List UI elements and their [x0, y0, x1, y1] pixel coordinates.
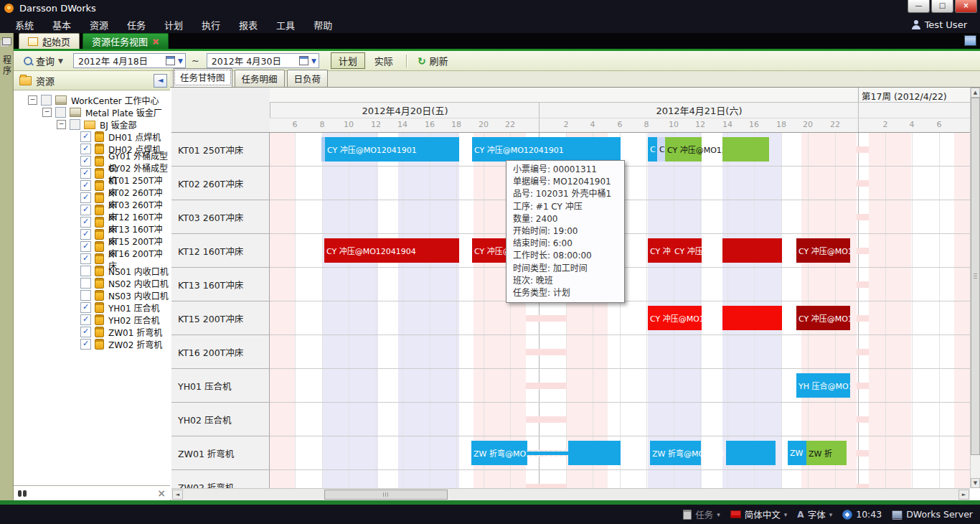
- task-bar-connector[interactable]: [527, 452, 568, 455]
- side-dock-strip[interactable]: 程序: [0, 33, 14, 500]
- tree-checkbox[interactable]: [80, 278, 91, 289]
- tree-item-kt16[interactable]: ✓KT16 200T冲床: [14, 253, 170, 265]
- collapse-node-icon[interactable]: −: [42, 108, 52, 117]
- task-bar[interactable]: C: [648, 137, 657, 162]
- task-bar[interactable]: C: [657, 137, 665, 162]
- status-item-task[interactable]: 任务▾: [683, 507, 720, 521]
- scroll-down-icon[interactable]: ▼: [971, 478, 980, 488]
- task-bar[interactable]: [722, 306, 782, 330]
- vertical-scrollbar-thumb[interactable]: [971, 98, 980, 455]
- collapse-node-icon[interactable]: −: [28, 95, 37, 105]
- menu-item-task[interactable]: 任务: [118, 18, 155, 32]
- horizontal-scrollbar[interactable]: ◄ ►: [171, 488, 970, 500]
- menu-item-plan[interactable]: 计划: [155, 18, 192, 32]
- task-bar[interactable]: ZW 折: [806, 441, 847, 465]
- tab-resource-task-view[interactable]: 资源任务视图×: [83, 33, 169, 49]
- menu-item-report[interactable]: 报表: [230, 18, 267, 32]
- tree-checkbox[interactable]: ✓: [80, 314, 91, 325]
- menu-item-basic[interactable]: 基本: [43, 18, 80, 32]
- tree-checkbox[interactable]: ✓: [80, 302, 91, 313]
- task-bar[interactable]: [722, 238, 782, 263]
- task-bar[interactable]: ZW 折弯@MO12041901: [471, 441, 527, 465]
- status-item-language[interactable]: 简体中文▾: [730, 507, 788, 521]
- tree-item-zw02[interactable]: ✓ZW02 折弯机: [14, 338, 170, 350]
- task-bar[interactable]: CY 冲: [648, 238, 672, 263]
- menu-item-execute[interactable]: 执行: [192, 18, 230, 32]
- close-tab-icon[interactable]: ×: [152, 37, 159, 47]
- tree-checkbox[interactable]: ✓: [80, 229, 91, 240]
- tree-checkbox[interactable]: ✓: [80, 192, 91, 203]
- menu-item-system[interactable]: 系统: [6, 18, 43, 32]
- task-bar[interactable]: CY 冲压@MO12041904: [672, 238, 702, 263]
- task-bar[interactable]: CY 冲压@MO12041902: [665, 137, 702, 162]
- tree-checkbox[interactable]: ✓: [80, 168, 91, 179]
- tree-checkbox[interactable]: ✓: [80, 205, 91, 215]
- tree-item-zw01[interactable]: ✓ZW01 折弯机: [14, 326, 170, 338]
- plan-toggle-button[interactable]: 计划: [331, 52, 365, 69]
- actual-toggle-button[interactable]: 实际: [367, 53, 400, 68]
- tree-checkbox[interactable]: ✓: [80, 131, 91, 142]
- refresh-button[interactable]: ↻ 刷新: [413, 52, 453, 69]
- query-button[interactable]: 查询 ▼: [19, 52, 68, 69]
- tree-checkbox[interactable]: [41, 95, 52, 106]
- task-bar[interactable]: YH 压合@MO1: [796, 373, 850, 398]
- find-binoculars-icon[interactable]: [18, 490, 22, 497]
- menu-item-help[interactable]: 帮助: [304, 18, 341, 32]
- scroll-left-icon[interactable]: ◄: [172, 490, 183, 500]
- horizontal-scrollbar-thumb[interactable]: [324, 490, 448, 500]
- close-icon[interactable]: ×: [157, 487, 166, 499]
- tree-checkbox[interactable]: [70, 119, 80, 130]
- menu-item-resource[interactable]: 资源: [80, 18, 118, 32]
- collapse-node-icon[interactable]: −: [57, 120, 66, 129]
- tree-checkbox[interactable]: ✓: [80, 217, 91, 228]
- collapse-panel-button[interactable]: ◄: [154, 74, 167, 88]
- status-item-font[interactable]: A字体▾: [797, 507, 832, 521]
- tab-start-page[interactable]: 起始页: [19, 33, 80, 49]
- tree-checkbox[interactable]: ✓: [80, 156, 91, 167]
- task-bar[interactable]: [722, 137, 769, 162]
- tree-checkbox[interactable]: ✓: [80, 327, 91, 337]
- task-bar[interactable]: CY 冲压@MO12041901: [325, 137, 459, 162]
- tree-item-yh02[interactable]: ✓YH02 压合机: [14, 314, 170, 326]
- tree-checkbox[interactable]: ✓: [80, 180, 91, 191]
- task-bar[interactable]: ZW: [788, 441, 806, 465]
- view-tab-gantt[interactable]: 任务甘特图: [173, 68, 232, 87]
- tree-checkbox[interactable]: [80, 266, 91, 276]
- tree-checkbox[interactable]: ✓: [80, 241, 91, 252]
- date-to-field[interactable]: 2012年 4月30日 ▼: [207, 53, 319, 68]
- tree-checkbox[interactable]: ✓: [80, 339, 91, 350]
- status-item-server[interactable]: DWorks Server: [892, 509, 973, 520]
- tree-item-yh01[interactable]: ✓YH01 压合机: [14, 301, 170, 314]
- view-tab-load[interactable]: 日负荷: [287, 70, 329, 87]
- task-bar[interactable]: [568, 441, 621, 465]
- tree-checkbox[interactable]: ✓: [80, 144, 91, 154]
- tree-checkbox[interactable]: [80, 290, 91, 301]
- minimize-button[interactable]: —: [908, 0, 930, 13]
- task-bar[interactable]: CY 冲压@MO12041904: [324, 238, 459, 263]
- status-item-clock[interactable]: 10:43: [842, 509, 882, 520]
- close-button[interactable]: ×: [955, 0, 977, 13]
- scroll-right-icon[interactable]: ►: [958, 490, 969, 500]
- task-bar[interactable]: CY 冲压@MO1: [796, 238, 850, 263]
- task-bar[interactable]: CY 冲压@MO12041901: [472, 137, 621, 162]
- tree-item-workcenter[interactable]: −WorkCenter 工作中心: [14, 94, 170, 106]
- menu-item-tools[interactable]: 工具: [267, 18, 304, 32]
- tree-item-ns01[interactable]: NS01 内收口机: [14, 265, 170, 277]
- view-tab-detail[interactable]: 任务明细: [235, 70, 285, 87]
- tree-item-ns03[interactable]: NS03 内收口机: [14, 289, 170, 301]
- tree-item-dh01[interactable]: ✓DH01 点焊机: [14, 131, 170, 143]
- tree-checkbox[interactable]: ✓: [80, 253, 91, 264]
- user-area[interactable]: Test User: [912, 19, 980, 30]
- layout-icon[interactable]: [964, 35, 976, 46]
- task-bar[interactable]: ZW 折弯@MO12041901: [650, 441, 701, 465]
- tree-item-bj[interactable]: −BJ 钣金部: [14, 118, 170, 131]
- task-bar[interactable]: CY 冲压@MO12041903: [648, 306, 702, 330]
- vertical-scrollbar[interactable]: ▲ ▼: [970, 88, 980, 488]
- tree-checkbox[interactable]: [55, 107, 66, 118]
- maximize-button[interactable]: □: [931, 0, 953, 13]
- date-from-field[interactable]: 2012年 4月18日 ▼: [73, 53, 186, 68]
- tree-item-metal-plate[interactable]: −Metal Plate 钣金厂: [14, 106, 170, 118]
- task-bar[interactable]: [726, 441, 776, 465]
- scroll-up-icon[interactable]: ▲: [971, 88, 980, 98]
- tree-item-ns02[interactable]: NS02 内收口机: [14, 277, 170, 289]
